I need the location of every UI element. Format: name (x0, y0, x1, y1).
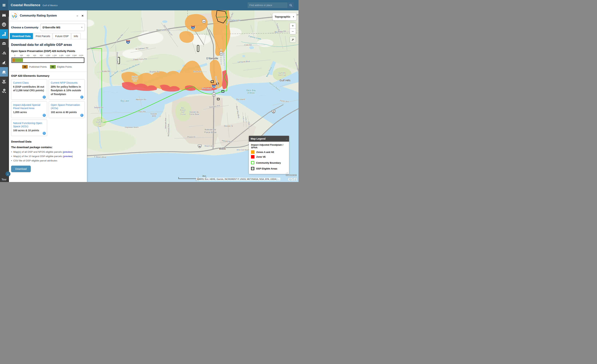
map-canvas[interactable]: Woolmarket RdLorraine RdShorecrest RdW O… (87, 10, 298, 182)
chevron-down-icon: ▼ (81, 26, 83, 28)
map-legend: Map Legend _ Impact Adjusted Floodplain … (249, 136, 289, 174)
chevron-down-icon: ▼ (292, 16, 294, 18)
sidebar-item-wildlife[interactable] (0, 58, 8, 67)
search-button[interactable] (288, 2, 294, 8)
zoom-in-button[interactable]: + (290, 23, 296, 29)
tab-download-data[interactable]: Download Data (10, 33, 33, 39)
map-label-poi: Keesler AirForce Base (204, 128, 216, 134)
community-value: D'Iberville MS (43, 26, 60, 29)
tab-info[interactable]: Info (71, 33, 80, 39)
map-label-road: Cook Rd (244, 44, 252, 46)
download-item: • Map(s) of the 10 largest OSP eligible … (11, 155, 85, 158)
community-select[interactable]: D'Iberville MS ▼ (40, 24, 85, 31)
map-label-road: Brodie Rd (193, 70, 202, 73)
svg-text:90: 90 (199, 146, 201, 147)
crs-panel: Community Rating System – ✕ Choose a Com… (9, 10, 87, 182)
basemap-value: Topographic (275, 15, 291, 18)
map-label-water: Back Bayof Biloxi (246, 89, 256, 94)
map-label-road: Shorecrest Rd (116, 52, 118, 64)
legend-minimize-button[interactable]: _ (286, 137, 287, 140)
preview-link[interactable]: preview (63, 155, 72, 158)
svg-text:10: 10 (192, 27, 194, 29)
map-label-poi: Big Island (236, 98, 245, 100)
card-title: Open Space Preservation (422a) (51, 103, 83, 110)
panel-scrollbar[interactable] (8, 10, 9, 182)
map-label-road: E-Beach-Blvd (94, 156, 106, 158)
bird-icon (2, 60, 6, 65)
card-value: 6 (OSP contributes 36 out of 2,286 total… (13, 85, 45, 92)
search-icon (289, 4, 292, 7)
map-label-road: McDonnell Ave (167, 124, 170, 136)
map-label-road: Division St (224, 125, 233, 127)
tour-button[interactable]: Tour (0, 178, 8, 181)
eligible-points-badge: 90 (50, 65, 55, 69)
map-label-road: Pass Rd (138, 110, 146, 113)
page-title: Download data for all eligible OSP areas (11, 43, 85, 47)
legend-label: Zone VE (256, 155, 266, 158)
tab-print-parcels[interactable]: Print Parcels (33, 33, 52, 39)
sidebar-item-explore[interactable] (0, 10, 8, 20)
map-tools-button[interactable] (290, 37, 296, 43)
route-shield-state-67: 67 (220, 52, 223, 55)
card-value: 1,855 acres (13, 110, 45, 114)
gauge-tick: 400 (25, 54, 31, 56)
legend-swatch (251, 167, 254, 170)
sidebar-item-marsh[interactable] (0, 77, 8, 86)
esri-logo: POWERED BY esri (286, 173, 297, 181)
card-title: Natural Functioning Open Space (422c) (13, 122, 45, 128)
download-items: • Map(s) of all OSP and NFOS eligible pa… (11, 151, 85, 162)
sidebar-item-globe[interactable] (0, 20, 8, 29)
habitat-search-icon (2, 51, 6, 55)
zoom-out-button[interactable]: − (290, 29, 296, 34)
map-label-poi: Edgewater Beach (125, 126, 139, 128)
map-label-poi: Goat Island (202, 87, 212, 90)
gauge-tick: 1,200 (51, 54, 58, 56)
summary-card: Natural Functioning Open Space (422c)100… (11, 120, 47, 136)
download-item: • Map(s) of all OSP and NFOS eligible pa… (11, 151, 85, 153)
binoculars-icon (2, 13, 6, 17)
map-label-water: Big Lake (121, 100, 129, 102)
legend-item: Zone VE (251, 155, 287, 159)
legend-item: Zones A and AE (251, 150, 287, 154)
sidebar-item-community[interactable] (0, 39, 8, 48)
basemap-selector[interactable]: Topographic ▼ (273, 13, 297, 20)
eligible-points-segment (15, 58, 23, 62)
svg-text:10: 10 (127, 41, 129, 43)
legend-item: OSP Eligible Areas (251, 167, 287, 170)
eligible-points-label: Eligible Points (57, 65, 72, 68)
sidebar-item-flood-risk[interactable]: ! (0, 67, 8, 77)
legend-title: Map Legend (251, 137, 266, 140)
economy-icon: $ (2, 88, 6, 93)
info-icon[interactable]: i (43, 114, 46, 117)
info-icon[interactable]: i (80, 96, 83, 99)
info-icon[interactable]: i (43, 132, 46, 135)
search-input[interactable] (248, 2, 288, 8)
info-icon[interactable]: i (43, 96, 46, 99)
svg-text:!: ! (5, 73, 6, 74)
summary-card: Impact Adjusted Special Flood Hazard Are… (11, 101, 47, 118)
map-label-city: D'Iberville (206, 57, 218, 60)
panel-collapse-button[interactable]: › (6, 171, 10, 176)
tool-sidebar: !$ (0, 10, 8, 182)
chart-star-icon (2, 32, 6, 36)
published-points-label: Published Points (29, 65, 47, 68)
panel-close-button[interactable]: ✕ (81, 14, 84, 17)
flood-house-icon: ! (2, 70, 6, 74)
legend-resize-handle[interactable]: ⣠⣴ (286, 172, 288, 173)
sidebar-item-habitat-explorer[interactable] (0, 48, 8, 58)
scrollbar-thumb[interactable] (8, 16, 9, 47)
tab-future-osp[interactable]: Future OSP (53, 33, 71, 39)
panel-minimize-button[interactable]: – (77, 14, 78, 17)
card-value: 20% for policy holders in floodplain & 1… (51, 85, 83, 96)
download-button[interactable]: Download (11, 166, 31, 172)
package-label: The download package contains: (11, 146, 85, 149)
preview-link[interactable]: preview (63, 151, 72, 153)
menu-button[interactable] (0, 0, 8, 10)
legend-header[interactable]: Map Legend _ (249, 136, 289, 142)
info-icon[interactable]: i (80, 114, 83, 117)
sidebar-item-economy[interactable]: $ (0, 86, 8, 95)
summary-cards: Current Class6 (OSP contributes 36 out o… (11, 79, 85, 136)
sidebar-item-community-rating-system[interactable] (0, 29, 8, 39)
card-title: Current NFIP Discounts (51, 81, 83, 84)
map-label-city: Biloxi (219, 147, 226, 150)
